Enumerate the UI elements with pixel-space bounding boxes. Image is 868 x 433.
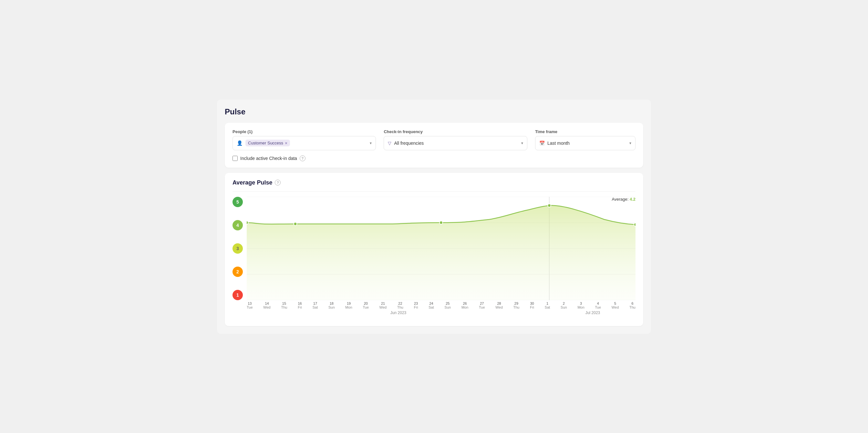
timeframe-select-inner: 📅 Last month [539,141,627,146]
y-label-1: 1 [232,290,243,300]
frequency-value: All frequencies [394,141,424,146]
x-label-15: 15Thu [281,301,287,309]
page-container: Pulse People (1) 👤 Customer Success × ▾ [217,99,651,334]
x-label-5: 5Wed [612,301,619,309]
x-axis-labels: 13Tue 14Wed 15Thu 16Fri 17Sat 18Sun 19Mo… [247,301,636,309]
x-label-17: 17Sat [313,301,318,309]
x-label-23: 23Fri [414,301,418,309]
x-label-1: 1Sat [545,301,550,309]
y-circle-5: 5 [232,197,243,207]
frequency-select-inner: ▽ All frequencies [388,141,518,146]
data-point-0 [247,221,248,224]
x-label-21: 21Wed [379,301,386,309]
tag-remove-button[interactable]: × [285,141,287,145]
y-label-5: 5 [232,197,243,207]
y-label-3: 3 [232,243,243,254]
jul-label-spacer: Jul 2023 [550,311,636,315]
chart-body: Average: 4.2 5 4 3 2 [232,197,636,320]
y-circle-1: 1 [232,290,243,300]
chart-svg [247,197,636,300]
x-label-22: 22Thu [397,301,403,309]
timeframe-filter-group: Time frame 📅 Last month ▾ [535,129,636,150]
data-point-23 [634,223,636,226]
people-filter-select[interactable]: 👤 Customer Success × ▾ [232,136,376,150]
help-icon[interactable]: ? [300,155,306,161]
jun-label-spacer: Jun 2023 [247,311,550,315]
x-label-19: 19Mon [345,301,352,309]
y-circle-4: 4 [232,220,243,230]
filter-card: People (1) 👤 Customer Success × ▾ Check-… [225,123,643,168]
x-label-18: 18Sun [329,301,335,309]
customer-success-tag: Customer Success × [245,140,290,146]
y-label-4: 4 [232,220,243,230]
x-label-4: 4Tue [595,301,601,309]
chart-header: Average Pulse ? [232,179,636,192]
x-label-24: 24Sat [429,301,434,309]
active-checkin-checkbox[interactable] [232,156,238,161]
month-labels-row: Jun 2023 Jul 2023 [247,311,636,315]
y-circle-2: 2 [232,267,243,277]
x-label-26: 26Mon [461,301,468,309]
x-label-2: 2Sun [561,301,567,309]
person-icon: 👤 [237,140,243,146]
data-point-2 [294,222,297,226]
active-checkin-label: Include active Check-in data [240,156,297,161]
chart-help-icon[interactable]: ? [275,180,281,185]
timeframe-filter-select[interactable]: 📅 Last month ▾ [535,136,636,150]
x-label-6: 6Thu [629,301,636,309]
people-filter-group: People (1) 👤 Customer Success × ▾ [232,129,376,150]
frequency-filter-group: Check-in frequency ▽ All frequencies ▾ [383,129,527,150]
chart-content: 5 4 3 2 1 [232,197,636,320]
timeframe-filter-label: Time frame [535,129,636,134]
people-chevron-icon: ▾ [370,141,372,145]
y-circle-3: 3 [232,243,243,254]
chart-svg-wrapper: 13Tue 14Wed 15Thu 16Fri 17Sat 18Sun 19Mo… [247,197,636,320]
timeframe-value: Last month [547,141,569,146]
chart-area-fill [247,205,636,300]
page-title: Pulse [225,107,643,116]
chart-title: Average Pulse [232,179,272,186]
frequency-filter-label: Check-in frequency [383,129,527,134]
x-label-3: 3Mon [578,301,584,309]
filter-icon: ▽ [388,141,392,146]
y-axis: 5 4 3 2 1 [232,197,247,320]
people-filter-label: People (1) [232,129,376,134]
jul-label: Jul 2023 [550,311,636,315]
frequency-filter-select[interactable]: ▽ All frequencies ▾ [383,136,527,150]
chart-card: Average Pulse ? Average: 4.2 5 4 3 [225,173,643,326]
x-label-13: 13Tue [247,301,253,309]
calendar-icon: 📅 [539,141,545,146]
data-point-16 [548,204,551,207]
people-select-inner: 👤 Customer Success × [237,140,367,146]
data-point-9 [439,221,443,224]
x-label-27: 27Tue [479,301,485,309]
jun-label: Jun 2023 [247,311,550,315]
timeframe-chevron-icon: ▾ [629,141,631,145]
x-label-30: 30Fri [530,301,534,309]
x-label-29: 29Thu [514,301,520,309]
checkbox-row: Include active Check-in data ? [232,155,636,161]
filter-row: People (1) 👤 Customer Success × ▾ Check-… [232,129,636,150]
frequency-chevron-icon: ▾ [521,141,523,145]
x-label-20: 20Tue [363,301,369,309]
x-label-25: 25Sun [445,301,451,309]
y-label-2: 2 [232,267,243,277]
x-label-16: 16Fri [298,301,302,309]
tag-label: Customer Success [248,141,283,145]
x-label-14: 14Wed [263,301,270,309]
x-label-28: 28Wed [495,301,502,309]
